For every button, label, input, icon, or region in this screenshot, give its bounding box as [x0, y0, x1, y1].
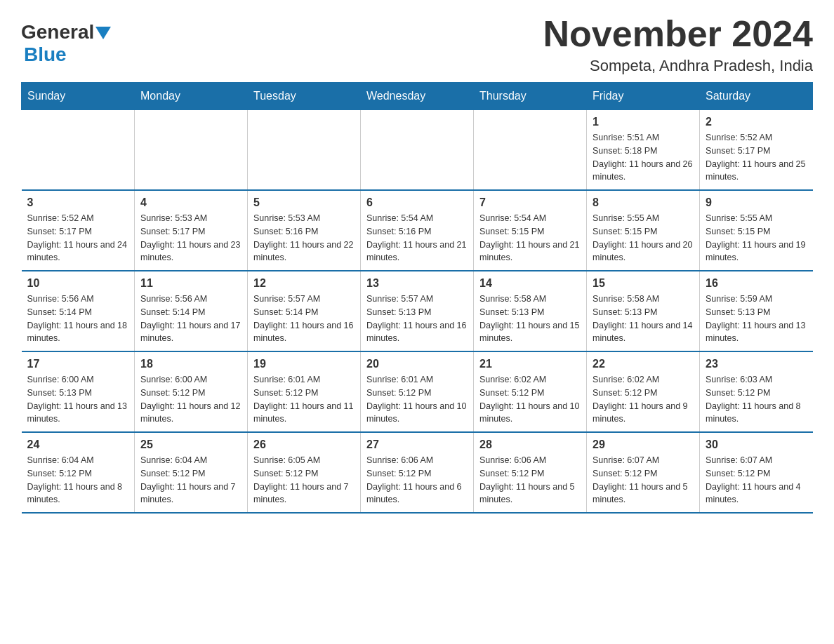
- day-number: 27: [366, 438, 468, 451]
- day-cell: 6Sunrise: 5:54 AMSunset: 5:16 PMDaylight…: [361, 190, 474, 271]
- day-number: 3: [27, 196, 129, 209]
- week-row-3: 10Sunrise: 5:56 AMSunset: 5:14 PMDayligh…: [22, 271, 813, 351]
- day-info: Sunrise: 5:54 AMSunset: 5:16 PMDaylight:…: [366, 212, 468, 264]
- week-row-4: 17Sunrise: 6:00 AMSunset: 5:13 PMDayligh…: [22, 351, 813, 432]
- day-cell: [361, 110, 474, 191]
- day-info: Sunrise: 6:00 AMSunset: 5:12 PMDaylight:…: [140, 373, 241, 426]
- day-cell: 21Sunrise: 6:02 AMSunset: 5:12 PMDayligh…: [474, 351, 587, 432]
- day-cell: 20Sunrise: 6:01 AMSunset: 5:12 PMDayligh…: [361, 351, 474, 432]
- day-cell: 10Sunrise: 5:56 AMSunset: 5:14 PMDayligh…: [22, 271, 135, 351]
- day-cell: 30Sunrise: 6:07 AMSunset: 5:12 PMDayligh…: [700, 432, 813, 513]
- title-block: November 2024 Sompeta, Andhra Pradesh, I…: [543, 14, 813, 75]
- day-info: Sunrise: 6:07 AMSunset: 5:12 PMDaylight:…: [593, 454, 694, 507]
- day-cell: 14Sunrise: 5:58 AMSunset: 5:13 PMDayligh…: [474, 271, 587, 351]
- day-number: 13: [366, 277, 468, 290]
- day-number: 6: [366, 196, 468, 209]
- day-cell: 25Sunrise: 6:04 AMSunset: 5:12 PMDayligh…: [135, 432, 248, 513]
- day-cell: [474, 110, 587, 191]
- page-subtitle: Sompeta, Andhra Pradesh, India: [543, 57, 813, 75]
- day-info: Sunrise: 5:55 AMSunset: 5:15 PMDaylight:…: [706, 212, 807, 264]
- page-header: General Blue November 2024 Sompeta, Andh…: [21, 14, 813, 75]
- day-cell: 5Sunrise: 5:53 AMSunset: 5:16 PMDaylight…: [248, 190, 361, 271]
- day-cell: 7Sunrise: 5:54 AMSunset: 5:15 PMDaylight…: [474, 190, 587, 271]
- logo: General Blue: [21, 14, 111, 66]
- day-info: Sunrise: 5:53 AMSunset: 5:16 PMDaylight:…: [253, 212, 355, 264]
- calendar-table: SundayMondayTuesdayWednesdayThursdayFrid…: [21, 82, 813, 514]
- svg-marker-0: [95, 27, 111, 39]
- day-cell: 23Sunrise: 6:03 AMSunset: 5:12 PMDayligh…: [700, 351, 813, 432]
- day-info: Sunrise: 6:04 AMSunset: 5:12 PMDaylight:…: [140, 454, 241, 507]
- week-row-2: 3Sunrise: 5:52 AMSunset: 5:17 PMDaylight…: [22, 190, 813, 271]
- day-info: Sunrise: 5:58 AMSunset: 5:13 PMDaylight:…: [479, 293, 581, 345]
- day-number: 16: [706, 277, 807, 290]
- day-cell: [135, 110, 248, 191]
- day-number: 11: [140, 277, 241, 290]
- day-number: 20: [366, 358, 468, 370]
- day-number: 15: [593, 277, 694, 290]
- week-row-5: 24Sunrise: 6:04 AMSunset: 5:12 PMDayligh…: [22, 432, 813, 513]
- day-info: Sunrise: 6:00 AMSunset: 5:13 PMDaylight:…: [27, 373, 129, 426]
- day-cell: 22Sunrise: 6:02 AMSunset: 5:12 PMDayligh…: [587, 351, 700, 432]
- day-number: 25: [140, 438, 241, 451]
- day-cell: 26Sunrise: 6:05 AMSunset: 5:12 PMDayligh…: [248, 432, 361, 513]
- day-info: Sunrise: 5:51 AMSunset: 5:18 PMDaylight:…: [593, 131, 694, 184]
- day-cell: 1Sunrise: 5:51 AMSunset: 5:18 PMDaylight…: [587, 110, 700, 191]
- logo-general-text: General: [21, 21, 94, 43]
- day-number: 10: [27, 277, 129, 290]
- day-cell: 2Sunrise: 5:52 AMSunset: 5:17 PMDaylight…: [700, 110, 813, 191]
- day-number: 30: [706, 438, 807, 451]
- day-info: Sunrise: 6:04 AMSunset: 5:12 PMDaylight:…: [27, 454, 129, 507]
- day-info: Sunrise: 5:54 AMSunset: 5:15 PMDaylight:…: [479, 212, 581, 264]
- day-info: Sunrise: 5:58 AMSunset: 5:13 PMDaylight:…: [593, 293, 694, 345]
- day-info: Sunrise: 5:57 AMSunset: 5:14 PMDaylight:…: [253, 293, 355, 345]
- day-number: 26: [253, 438, 355, 451]
- day-cell: [22, 110, 135, 191]
- column-header-monday: Monday: [135, 83, 248, 110]
- day-cell: 13Sunrise: 5:57 AMSunset: 5:13 PMDayligh…: [361, 271, 474, 351]
- column-header-tuesday: Tuesday: [248, 83, 361, 110]
- day-number: 19: [253, 358, 355, 370]
- day-info: Sunrise: 5:52 AMSunset: 5:17 PMDaylight:…: [27, 212, 129, 264]
- day-cell: 9Sunrise: 5:55 AMSunset: 5:15 PMDaylight…: [700, 190, 813, 271]
- column-header-sunday: Sunday: [22, 83, 135, 110]
- logo-blue-text: Blue: [24, 43, 67, 66]
- day-info: Sunrise: 6:02 AMSunset: 5:12 PMDaylight:…: [479, 373, 581, 426]
- day-number: 18: [140, 358, 241, 370]
- day-info: Sunrise: 5:59 AMSunset: 5:13 PMDaylight:…: [706, 293, 807, 345]
- day-cell: 24Sunrise: 6:04 AMSunset: 5:12 PMDayligh…: [22, 432, 135, 513]
- day-number: 5: [253, 196, 355, 209]
- day-number: 28: [479, 438, 581, 451]
- day-number: 8: [593, 196, 694, 209]
- day-cell: 12Sunrise: 5:57 AMSunset: 5:14 PMDayligh…: [248, 271, 361, 351]
- day-cell: 3Sunrise: 5:52 AMSunset: 5:17 PMDaylight…: [22, 190, 135, 271]
- day-cell: 29Sunrise: 6:07 AMSunset: 5:12 PMDayligh…: [587, 432, 700, 513]
- day-cell: 19Sunrise: 6:01 AMSunset: 5:12 PMDayligh…: [248, 351, 361, 432]
- day-info: Sunrise: 5:53 AMSunset: 5:17 PMDaylight:…: [140, 212, 241, 264]
- day-number: 21: [479, 358, 581, 370]
- day-number: 24: [27, 438, 129, 451]
- column-header-friday: Friday: [587, 83, 700, 110]
- day-info: Sunrise: 6:02 AMSunset: 5:12 PMDaylight:…: [593, 373, 694, 426]
- day-info: Sunrise: 6:03 AMSunset: 5:12 PMDaylight:…: [706, 373, 807, 426]
- day-info: Sunrise: 5:52 AMSunset: 5:17 PMDaylight:…: [706, 131, 807, 184]
- day-cell: 8Sunrise: 5:55 AMSunset: 5:15 PMDaylight…: [587, 190, 700, 271]
- day-number: 9: [706, 196, 807, 209]
- day-number: 14: [479, 277, 581, 290]
- day-info: Sunrise: 6:06 AMSunset: 5:12 PMDaylight:…: [479, 454, 581, 507]
- day-cell: [248, 110, 361, 191]
- day-number: 2: [706, 116, 807, 128]
- calendar-header-row: SundayMondayTuesdayWednesdayThursdayFrid…: [22, 83, 813, 110]
- day-info: Sunrise: 5:56 AMSunset: 5:14 PMDaylight:…: [27, 293, 129, 345]
- day-info: Sunrise: 6:06 AMSunset: 5:12 PMDaylight:…: [366, 454, 468, 507]
- day-info: Sunrise: 6:01 AMSunset: 5:12 PMDaylight:…: [253, 373, 355, 426]
- day-info: Sunrise: 5:57 AMSunset: 5:13 PMDaylight:…: [366, 293, 468, 345]
- day-cell: 11Sunrise: 5:56 AMSunset: 5:14 PMDayligh…: [135, 271, 248, 351]
- day-number: 7: [479, 196, 581, 209]
- day-number: 4: [140, 196, 241, 209]
- column-header-saturday: Saturday: [700, 83, 813, 110]
- day-number: 17: [27, 358, 129, 370]
- day-info: Sunrise: 6:05 AMSunset: 5:12 PMDaylight:…: [253, 454, 355, 507]
- day-info: Sunrise: 6:07 AMSunset: 5:12 PMDaylight:…: [706, 454, 807, 507]
- day-number: 22: [593, 358, 694, 370]
- day-cell: 4Sunrise: 5:53 AMSunset: 5:17 PMDaylight…: [135, 190, 248, 271]
